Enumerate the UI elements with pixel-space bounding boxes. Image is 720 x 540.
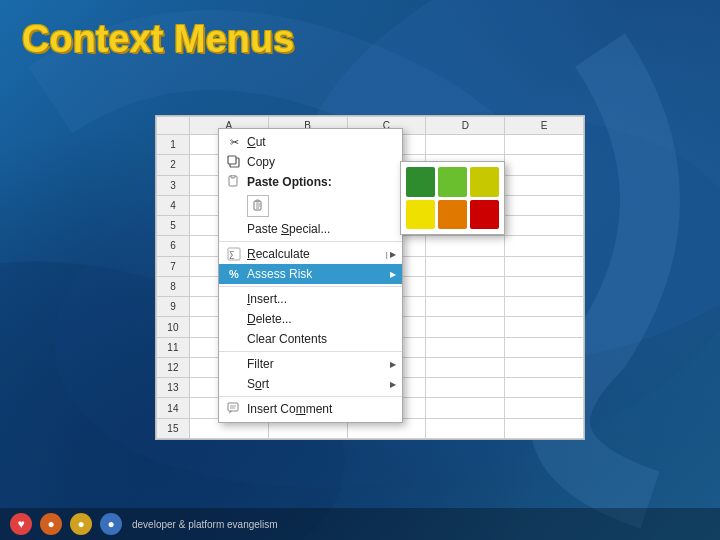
svg-rect-14 — [228, 403, 238, 411]
recalculate-arrow-icon: | ▶ — [386, 250, 396, 259]
filter-label: Filter — [247, 357, 274, 371]
page-title: Context Menus — [22, 18, 294, 61]
paste-options-label: Paste Options: — [247, 175, 332, 189]
menu-item-insert-comment[interactable]: Insert Comment — [219, 399, 402, 419]
svg-rect-8 — [256, 200, 259, 202]
insert-label: Insert... — [247, 292, 287, 306]
menu-item-clear-contents[interactable]: Clear Contents — [219, 329, 402, 349]
svg-rect-4 — [228, 156, 236, 164]
color-box-light-green[interactable] — [438, 167, 467, 197]
color-box-dark-green[interactable] — [406, 167, 435, 197]
bottom-bar: ♥ ● ● ● developer & platform evangelism — [0, 508, 720, 540]
recalculate-label: Recalculate — [247, 247, 310, 261]
circle-icon-blue: ● — [107, 517, 114, 531]
context-menu: ✂ Cut Copy Paste Options: — [218, 128, 403, 423]
filter-arrow-icon: ▶ — [390, 360, 396, 369]
menu-item-paste-special[interactable]: Paste Special... — [219, 219, 402, 239]
heart-icon: ♥ — [17, 517, 24, 531]
color-submenu — [400, 161, 505, 235]
svg-rect-6 — [231, 175, 235, 178]
scissors-icon: ✂ — [225, 133, 243, 151]
assess-risk-arrow-icon: ▶ — [390, 270, 396, 279]
color-box-red[interactable] — [470, 200, 499, 230]
col-header-d: D — [426, 117, 505, 135]
paste-options-icon — [225, 173, 243, 191]
copy-label: Copy — [247, 155, 275, 169]
bottom-icon-orange[interactable]: ● — [40, 513, 62, 535]
bottom-icon-blue[interactable]: ● — [100, 513, 122, 535]
copy-icon — [225, 153, 243, 171]
bottom-icon-red[interactable]: ♥ — [10, 513, 32, 535]
separator-1 — [219, 241, 402, 242]
paste-icon-box — [247, 195, 269, 217]
menu-item-filter[interactable]: Filter ▶ — [219, 354, 402, 374]
circle-icon-orange: ● — [47, 517, 54, 531]
menu-item-recalculate[interactable]: ∑ Recalculate | ▶ — [219, 244, 402, 264]
cut-label: Cut — [247, 135, 266, 149]
circle-icon-yellow: ● — [77, 517, 84, 531]
color-box-yellow[interactable] — [406, 200, 435, 230]
menu-item-paste-icon-row[interactable] — [219, 192, 402, 219]
assess-risk-label: Assess Risk — [247, 267, 312, 281]
clear-contents-label: Clear Contents — [247, 332, 327, 346]
col-header-corner — [157, 117, 190, 135]
delete-label: Delete... — [247, 312, 292, 326]
svg-text:∑: ∑ — [229, 250, 235, 259]
separator-4 — [219, 396, 402, 397]
assess-risk-icon: % — [225, 265, 243, 283]
insert-comment-icon — [225, 400, 243, 418]
menu-item-assess-risk[interactable]: % Assess Risk ▶ — [219, 264, 402, 284]
recalculate-icon: ∑ — [225, 245, 243, 263]
menu-item-sort[interactable]: Sort ▶ — [219, 374, 402, 394]
separator-2 — [219, 286, 402, 287]
col-header-e: E — [505, 117, 584, 135]
color-box-orange[interactable] — [438, 200, 467, 230]
bottom-label: developer & platform evangelism — [132, 519, 278, 530]
menu-item-paste-options[interactable]: Paste Options: — [219, 172, 402, 192]
sort-arrow-icon: ▶ — [390, 380, 396, 389]
menu-item-delete[interactable]: Delete... — [219, 309, 402, 329]
insert-comment-label: Insert Comment — [247, 402, 332, 416]
paste-special-label: Paste Special... — [247, 222, 330, 236]
menu-item-cut[interactable]: ✂ Cut — [219, 132, 402, 152]
menu-item-copy[interactable]: Copy — [219, 152, 402, 172]
menu-item-insert[interactable]: Insert... — [219, 289, 402, 309]
bottom-icon-yellow[interactable]: ● — [70, 513, 92, 535]
color-box-yellow-green[interactable] — [470, 167, 499, 197]
sort-label: Sort — [247, 377, 269, 391]
separator-3 — [219, 351, 402, 352]
